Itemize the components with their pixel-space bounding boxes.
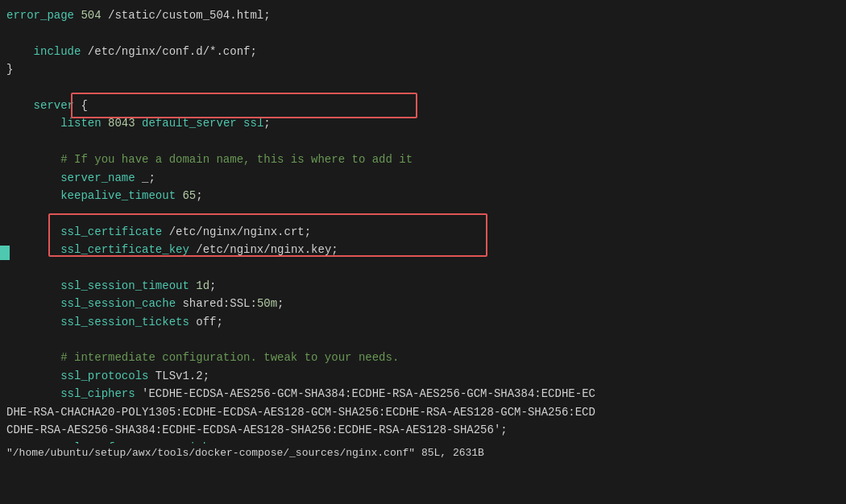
code-line-11: keepalive_timeout 65; <box>0 187 846 204</box>
code-line-14: ssl_certificate_key /etc/nginx/nginx.key… <box>0 241 846 258</box>
code-line-1: error_page 504 /static/custom_504.html; <box>0 6 846 24</box>
code-line-18: ssl_session_tickets off; <box>0 313 846 331</box>
code-line-15 <box>0 258 846 276</box>
code-editor: error_page 504 /static/custom_504.html; … <box>0 0 846 464</box>
code-line-6: server { <box>0 97 846 114</box>
code-line-9: # If you have a domain name, this is whe… <box>0 151 846 168</box>
code-line-17: ssl_session_cache shared:SSL:50m; <box>0 295 846 312</box>
code-line-19 <box>0 331 846 349</box>
code-line-23: DHE-RSA-CHACHA20-POLY1305:ECDHE-ECDSA-AE… <box>0 403 846 421</box>
status-line: "/home/ubuntu/setup/awx/tools/docker-com… <box>0 444 846 464</box>
code-line-20: # intermediate configuration. tweak to y… <box>0 349 846 366</box>
code-line-3: include /etc/nginx/conf.d/*.conf; <box>0 43 846 60</box>
code-line-24: CDHE-RSA-AES256-SHA384:ECDHE-ECDSA-AES12… <box>0 421 846 439</box>
code-line-21: ssl_protocols TLSv1.2; <box>0 367 846 385</box>
code-line-10: server_name _; <box>0 169 846 187</box>
code-line-16: ssl_session_timeout 1d; <box>0 277 846 295</box>
code-line-13: ssl_certificate /etc/nginx/nginx.crt; <box>0 223 846 241</box>
code-line-4: } <box>0 60 846 78</box>
cursor-indicator <box>0 246 10 260</box>
code-line-7: listen 8043 default_server ssl; <box>0 114 846 132</box>
code-line-5 <box>0 79 846 97</box>
code-line-22: ssl_ciphers 'ECDHE-ECDSA-AES256-GCM-SHA3… <box>0 385 846 403</box>
code-line-2 <box>0 24 846 42</box>
code-line-8 <box>0 133 846 151</box>
code-line-12 <box>0 204 846 222</box>
